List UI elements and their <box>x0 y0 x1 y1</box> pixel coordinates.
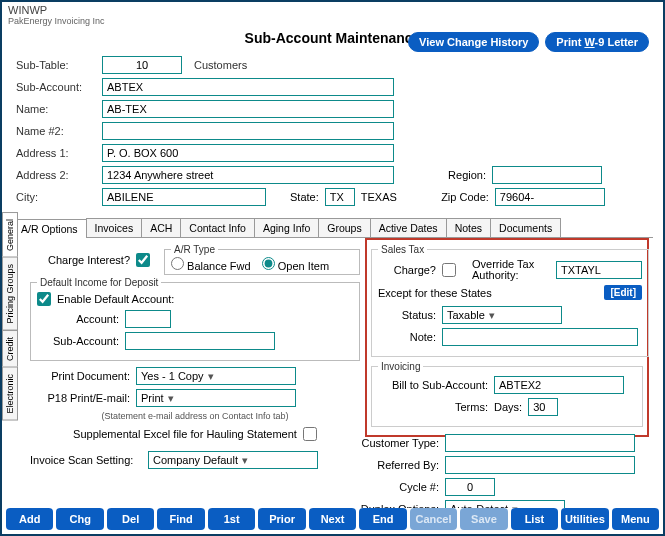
customers-text: Customers <box>194 59 247 71</box>
di-subaccount-label: Sub-Account: <box>37 335 119 347</box>
di-account-input[interactable] <box>125 310 171 328</box>
state-input[interactable] <box>325 188 355 206</box>
stmt-note: (Statement e-mail address on Contact Inf… <box>30 411 360 421</box>
name2-label: Name #2: <box>16 125 96 137</box>
city-input[interactable] <box>102 188 266 206</box>
zip-label: Zip Code: <box>433 191 489 203</box>
balance-fwd-option[interactable]: Balance Fwd <box>171 260 251 272</box>
ar-type-legend: A/R Type <box>171 244 218 255</box>
di-account-label: Account: <box>37 313 119 325</box>
terms-label: Terms: <box>378 401 488 413</box>
sub-account-label: Sub-Account: <box>16 81 96 93</box>
tab-documents[interactable]: Documents <box>490 218 561 237</box>
menu-button[interactable]: Menu <box>612 508 659 530</box>
tab-notes[interactable]: Notes <box>446 218 491 237</box>
print-doc-label: Print Document: <box>30 370 130 382</box>
tab-aging-info[interactable]: Aging Info <box>254 218 319 237</box>
zip-input[interactable] <box>495 188 605 206</box>
addr1-input[interactable] <box>102 144 394 162</box>
st-override-input[interactable] <box>556 261 642 279</box>
scan-label: Invoice Scan Setting: <box>30 454 142 466</box>
cycle-label: Cycle #: <box>353 481 439 493</box>
p18-select[interactable]: Print <box>136 389 296 407</box>
print-w9-button[interactable]: Print W-9 Letter <box>545 32 649 52</box>
cycle-input[interactable] <box>445 478 495 496</box>
st-note-input[interactable] <box>442 328 638 346</box>
vtab-general[interactable]: General <box>2 212 18 258</box>
p18-label: P18 Print/E-mail: <box>30 392 130 404</box>
supplemental-label: Supplemental Excel file for Hauling Stat… <box>73 428 297 440</box>
end-button[interactable]: End <box>359 508 406 530</box>
charge-interest-checkbox[interactable] <box>136 253 150 267</box>
bill-to-label: Bill to Sub-Account: <box>378 379 488 391</box>
next-button[interactable]: Next <box>309 508 356 530</box>
st-note-label: Note: <box>378 331 436 343</box>
ref-by-input[interactable] <box>445 456 635 474</box>
bill-to-input[interactable] <box>494 376 624 394</box>
cust-type-input[interactable] <box>445 434 635 452</box>
print-doc-select[interactable]: Yes - 1 Copy <box>136 367 296 385</box>
st-edit-button[interactable]: [Edit] <box>604 285 642 300</box>
charge-interest-label: Charge Interest? <box>30 254 130 266</box>
prior-button[interactable]: Prior <box>258 508 305 530</box>
st-except-label: Except for these States <box>378 287 492 299</box>
scan-select[interactable]: Company Default <box>148 451 318 469</box>
view-change-history-button[interactable]: View Change History <box>408 32 539 52</box>
name-input[interactable] <box>102 100 394 118</box>
st-charge-label: Charge? <box>378 264 436 276</box>
st-override-label: Override Tax Authority: <box>472 259 550 281</box>
enable-default-checkbox[interactable] <box>37 292 51 306</box>
del-button[interactable]: Del <box>107 508 154 530</box>
save-button[interactable]: Save <box>460 508 507 530</box>
cust-type-label: Customer Type: <box>353 437 439 449</box>
state-name: TEXAS <box>361 191 397 203</box>
region-input[interactable] <box>492 166 602 184</box>
region-label: Region: <box>430 169 486 181</box>
tab-ach[interactable]: ACH <box>141 218 181 237</box>
tab-invoices[interactable]: Invoices <box>86 218 143 237</box>
state-label: State: <box>290 191 319 203</box>
days-input[interactable] <box>528 398 558 416</box>
sub-table-label: Sub-Table: <box>16 59 96 71</box>
tab-active-dates[interactable]: Active Dates <box>370 218 447 237</box>
chg-button[interactable]: Chg <box>56 508 103 530</box>
default-income-legend: Default Income for Deposit <box>37 277 161 288</box>
vtab-pricing-groups[interactable]: Pricing Groups <box>2 257 18 331</box>
cancel-button[interactable]: Cancel <box>410 508 457 530</box>
sub-table-input[interactable] <box>102 56 182 74</box>
tab-a-r-options[interactable]: A/R Options <box>12 219 87 238</box>
company-name: PakEnergy Invoicing Inc <box>8 16 657 26</box>
addr2-input[interactable] <box>102 166 394 184</box>
enable-default-label: Enable Default Account: <box>57 293 174 305</box>
list-button[interactable]: List <box>511 508 558 530</box>
tab-groups[interactable]: Groups <box>318 218 370 237</box>
tab-contact-info[interactable]: Contact Info <box>180 218 255 237</box>
addr1-label: Address 1: <box>16 147 96 159</box>
add-button[interactable]: Add <box>6 508 53 530</box>
find-button[interactable]: Find <box>157 508 204 530</box>
sub-account-input[interactable] <box>102 78 394 96</box>
utilities-button[interactable]: Utilities <box>561 508 608 530</box>
open-item-option[interactable]: Open Item <box>262 260 329 272</box>
1st-button[interactable]: 1st <box>208 508 255 530</box>
st-status-select[interactable]: Taxable <box>442 306 562 324</box>
app-name: WINWP <box>8 4 657 16</box>
name-label: Name: <box>16 103 96 115</box>
vtab-electronic[interactable]: Electronic <box>2 367 18 421</box>
st-charge-checkbox[interactable] <box>442 263 456 277</box>
sales-tax-legend: Sales Tax <box>378 244 427 255</box>
addr2-label: Address 2: <box>16 169 96 181</box>
days-label: Days: <box>494 401 522 413</box>
di-subaccount-input[interactable] <box>125 332 275 350</box>
invoicing-legend: Invoicing <box>378 361 423 372</box>
vtab-credit[interactable]: Credit <box>2 330 18 368</box>
supplemental-checkbox[interactable] <box>303 427 317 441</box>
name2-input[interactable] <box>102 122 394 140</box>
ref-by-label: Referred By: <box>353 459 439 471</box>
st-status-label: Status: <box>378 309 436 321</box>
city-label: City: <box>16 191 96 203</box>
